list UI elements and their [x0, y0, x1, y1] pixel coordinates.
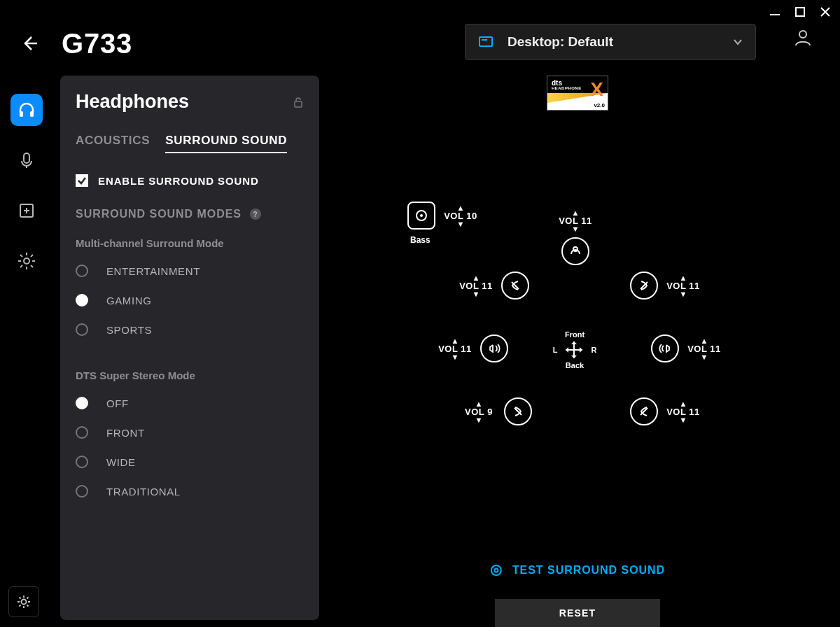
enable-surround-checkbox[interactable]: ENABLE SURROUND SOUND	[76, 174, 304, 187]
speaker-bass[interactable]	[407, 202, 435, 230]
svg-point-4	[799, 31, 806, 38]
speaker-center[interactable]	[561, 237, 589, 265]
monitor-icon	[478, 34, 493, 50]
window-controls	[770, 7, 830, 17]
vol-down[interactable]: ▼	[475, 417, 483, 423]
svg-line-17	[20, 255, 22, 257]
surround-icon	[490, 564, 503, 577]
radio-sports[interactable]: SPORTS	[76, 315, 304, 344]
svg-rect-0	[770, 14, 780, 15]
reset-label: RESET	[559, 607, 596, 619]
account-button[interactable]	[794, 28, 812, 46]
lock-icon[interactable]	[293, 97, 304, 108]
svg-rect-5	[20, 111, 23, 117]
vol-down[interactable]: ▼	[701, 354, 708, 360]
speaker-front-right[interactable]	[630, 272, 658, 300]
test-surround-button[interactable]: TEST SURROUND SOUND	[490, 564, 665, 577]
profile-selector[interactable]: Desktop: Default	[465, 24, 756, 60]
speaker-rear-left[interactable]	[504, 397, 532, 425]
multichannel-title: Multi-channel Surround Mode	[76, 237, 304, 249]
close-button[interactable]	[820, 7, 830, 17]
sidebar-item-assignments[interactable]	[10, 195, 43, 227]
dts-badge: dts HEADPHONE X v2.0	[547, 76, 608, 111]
speaker-side-right[interactable]	[651, 334, 679, 362]
profile-label: Desktop: Default	[507, 34, 733, 50]
svg-line-18	[31, 265, 33, 267]
modes-title: SURROUND SOUND MODES	[76, 208, 241, 220]
device-title: G733	[62, 28, 132, 59]
svg-rect-1	[796, 8, 804, 16]
radio-front[interactable]: FRONT	[76, 418, 304, 447]
help-icon[interactable]: ?	[250, 209, 261, 220]
maximize-button[interactable]	[795, 7, 805, 17]
vol-down[interactable]: ▼	[472, 291, 480, 297]
vol-up[interactable]: ▲	[680, 275, 687, 281]
reset-button[interactable]: RESET	[495, 599, 660, 627]
svg-rect-7	[24, 153, 29, 163]
svg-line-19	[31, 255, 33, 257]
minimize-button[interactable]	[770, 7, 780, 17]
radio-off[interactable]: OFF	[76, 388, 304, 418]
vol-down[interactable]: ▼	[457, 221, 465, 227]
vol-down[interactable]: ▼	[680, 291, 687, 297]
dts-stereo-title: DTS Super Stereo Mode	[76, 369, 304, 381]
svg-point-12	[24, 258, 29, 264]
sidebar-item-headphones[interactable]	[10, 94, 43, 126]
vol-up[interactable]: ▲	[680, 401, 687, 407]
test-surround-label: TEST SURROUND SOUND	[512, 564, 665, 577]
speaker-side-left[interactable]	[480, 334, 508, 362]
sidebar-item-microphone[interactable]	[10, 144, 43, 176]
vol-up[interactable]: ▲	[475, 401, 483, 407]
radio-entertainment[interactable]: ENTERTAINMENT	[76, 256, 304, 286]
radio-wide[interactable]: WIDE	[76, 447, 304, 477]
vol-up[interactable]: ▲	[457, 205, 465, 211]
settings-panel: Headphones ACOUSTICS SURROUND SOUND ENAB…	[60, 76, 319, 620]
radio-gaming[interactable]: GAMING	[76, 286, 304, 315]
checkbox-icon	[76, 174, 88, 187]
panel-tabs: ACOUSTICS SURROUND SOUND	[76, 134, 304, 153]
sidebar	[0, 84, 53, 627]
svg-rect-3	[482, 39, 487, 41]
settings-button[interactable]	[8, 586, 39, 617]
svg-point-25	[573, 247, 578, 251]
surround-stage: dts HEADPHONE X v2.0 ▲ VOL 10 ▼ Bass ▲ V…	[329, 76, 826, 627]
vol-up[interactable]: ▲	[701, 338, 708, 344]
orientation-compass: Front L R Back	[550, 327, 599, 372]
svg-point-31	[494, 569, 498, 572]
vol-up[interactable]: ▲	[451, 338, 459, 344]
panel-title: Headphones	[76, 91, 189, 113]
enable-surround-label: ENABLE SURROUND SOUND	[98, 175, 259, 187]
speaker-front-left[interactable]	[501, 272, 529, 300]
tab-surround-sound[interactable]: SURROUND SOUND	[165, 134, 287, 153]
svg-point-24	[420, 214, 423, 217]
tab-acoustics[interactable]: ACOUSTICS	[76, 134, 150, 153]
back-button[interactable]	[20, 34, 39, 53]
radio-traditional[interactable]: TRADITIONAL	[76, 477, 304, 506]
sidebar-item-lighting[interactable]	[10, 245, 43, 277]
vol-down[interactable]: ▼	[680, 417, 687, 423]
bass-label: Bass	[410, 235, 430, 245]
svg-rect-22	[295, 101, 302, 107]
svg-point-30	[491, 565, 501, 575]
svg-rect-6	[30, 111, 34, 117]
vol-down[interactable]: ▼	[572, 226, 580, 232]
svg-point-21	[22, 600, 27, 605]
chevron-down-icon	[733, 37, 743, 47]
svg-line-20	[20, 265, 22, 267]
vol-up[interactable]: ▲	[572, 210, 580, 216]
vol-down[interactable]: ▼	[451, 354, 459, 360]
speaker-rear-right[interactable]	[630, 397, 658, 425]
vol-up[interactable]: ▲	[472, 275, 480, 281]
svg-rect-2	[479, 37, 492, 46]
